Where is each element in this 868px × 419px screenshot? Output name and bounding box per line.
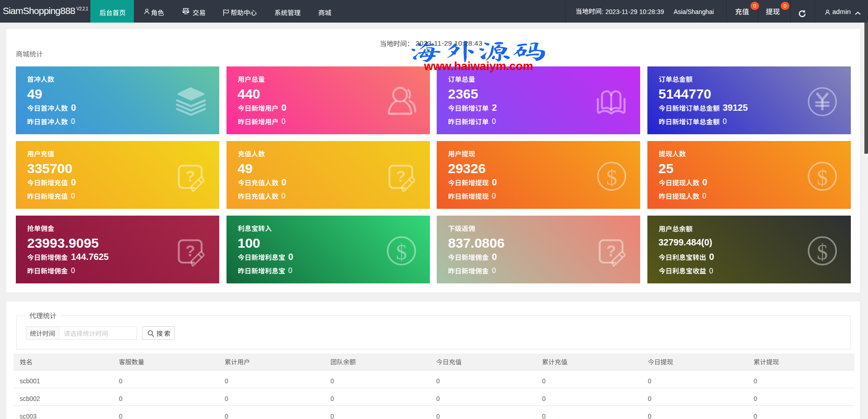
- svg-text:?: ?: [606, 242, 616, 259]
- svg-text:$: $: [396, 240, 407, 264]
- svg-text:?: ?: [185, 167, 195, 185]
- svg-text:$: $: [816, 240, 828, 264]
- svg-text:$: $: [606, 165, 618, 190]
- svg-text:?: ?: [396, 167, 406, 185]
- svg-text:?: ?: [185, 242, 195, 259]
- svg-text:$: $: [816, 165, 828, 190]
